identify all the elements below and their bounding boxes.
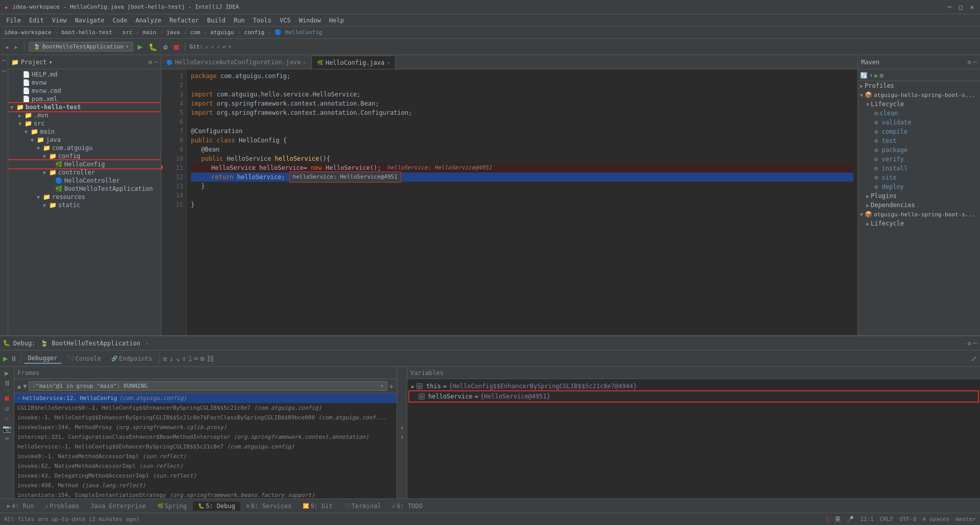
- menu-build[interactable]: Build: [203, 16, 230, 25]
- debug-run-cursor-btn[interactable]: ⤵: [188, 355, 192, 363]
- debug-btn-star[interactable]: ☆: [5, 414, 9, 422]
- tree-item-mvnw[interactable]: 📄 mvnw: [8, 79, 161, 87]
- frames-add-btn[interactable]: +: [389, 382, 394, 390]
- toolbar-forward-btn[interactable]: ▸: [12, 42, 19, 52]
- frames-down-btn[interactable]: ▼: [23, 383, 27, 390]
- menu-file[interactable]: File: [2, 16, 25, 25]
- debug-btn-pause2[interactable]: ⏸: [4, 379, 11, 387]
- tree-item-src[interactable]: ▼ 📁 src: [8, 119, 161, 128]
- sidebar-structure-icon[interactable]: 2: [1, 68, 8, 74]
- maven-refresh-btn[interactable]: 🔄: [860, 72, 868, 79]
- tree-item-resources[interactable]: ▼ 📁 resources: [8, 193, 161, 201]
- tree-item-pomxml[interactable]: 📄 pom.xml: [8, 95, 161, 103]
- debug-app-name[interactable]: 🍃 BootHelloTestApplication: [38, 339, 142, 347]
- maven-execute-btn[interactable]: ▶: [874, 72, 878, 79]
- tree-item-static[interactable]: ▼ 📁 static: [8, 201, 161, 209]
- tree-item-help[interactable]: 📄 HELP.md: [8, 70, 161, 79]
- code-content[interactable]: package com.atguigu.config; import com.a…: [187, 69, 857, 335]
- tab-hello-service-auto-config[interactable]: 🔵 HelloServiceAutoConfiguration.java ✕: [161, 56, 312, 69]
- menu-code[interactable]: Code: [109, 16, 132, 25]
- bottom-tab-spring[interactable]: 🌿 Spring: [152, 502, 192, 511]
- menu-edit[interactable]: Edit: [25, 16, 48, 25]
- debug-pause-btn[interactable]: ⏸: [10, 355, 17, 363]
- bottom-tab-git[interactable]: 🔀 9: Git: [298, 502, 337, 511]
- debug-settings-icon[interactable]: ⚙: [968, 340, 971, 347]
- maven-lifecycle2[interactable]: ▶ Lifecycle: [858, 219, 980, 228]
- tab-hello-config[interactable]: 🌿 HelloConfig.java ✕: [312, 56, 396, 69]
- debug-btn-stop[interactable]: ■: [5, 394, 9, 402]
- debug-minimize-icon[interactable]: ─: [973, 340, 977, 347]
- status-crlf[interactable]: CRLF: [880, 516, 894, 522]
- debug-table-btn[interactable]: ⊞: [200, 355, 204, 363]
- tree-item-main[interactable]: ▼ 📁 main: [8, 128, 161, 136]
- tree-item-boot-hello-test[interactable]: ▼ 📁 boot-hello-test: [8, 103, 161, 111]
- maven-verify[interactable]: ⚙ verify: [858, 155, 980, 164]
- sidebar-project-icon[interactable]: 1: [1, 57, 8, 64]
- debug-btn-rerun[interactable]: ↺: [5, 404, 9, 412]
- close-btn[interactable]: ✕: [968, 4, 976, 11]
- tree-item-java[interactable]: ▼ 📁 java: [8, 136, 161, 144]
- bottom-tab-terminal[interactable]: ⬛ Terminal: [339, 502, 386, 511]
- frame-item-2[interactable]: invoke:-1, HelloConfig$$EnhancerBySpring…: [14, 413, 397, 422]
- thread-selector[interactable]: ✓ "main"@1 in group "main": RUNNING ▾: [29, 381, 387, 391]
- maven-download-btn[interactable]: ⬇: [869, 72, 873, 79]
- tree-item-mvnwcmd[interactable]: 📄 mvnw.cmd: [8, 87, 161, 95]
- maven-deploy[interactable]: ⚙ deploy: [858, 182, 980, 191]
- maven-validate[interactable]: ⚙ validate: [858, 118, 980, 127]
- maven-package[interactable]: ⚙ package: [858, 145, 980, 155]
- var-item-this[interactable]: ▶ = this = {HelloConfig$$EnhancerBySprin…: [409, 381, 978, 391]
- debug-tab-endpoints[interactable]: 🔗 Endpoints: [107, 354, 156, 363]
- minimize-btn[interactable]: ─: [945, 4, 953, 11]
- tab-close-1[interactable]: ✕: [303, 60, 306, 65]
- tree-item-hellocontroller[interactable]: 🔵 HelloController: [8, 177, 161, 185]
- maven-install[interactable]: ⚙ install: [858, 164, 980, 173]
- debug-restore-btn[interactable]: ⤢: [971, 355, 977, 363]
- maven-dependencies[interactable]: ▶ Dependencies: [858, 201, 980, 210]
- debug-btn-infinite[interactable]: ∞: [5, 435, 9, 442]
- maven-site[interactable]: ⚙ site: [858, 173, 980, 182]
- frame-item-1[interactable]: CGLIB$helloService$0:-1, HelloConfig$$En…: [14, 403, 397, 413]
- git-check2[interactable]: ✓: [211, 43, 214, 51]
- var-item-helloservice[interactable]: = helloService = {HelloService@4951}: [409, 391, 978, 402]
- bottom-tab-services[interactable]: ⚙ 8: Services: [241, 502, 297, 511]
- maven-letter-m[interactable]: m: [879, 72, 883, 79]
- maven-compile[interactable]: ⚙ compile: [858, 127, 980, 136]
- maven-lifecycle[interactable]: ▼ Lifecycle: [858, 99, 980, 109]
- maven-project[interactable]: ▼ 📦 atguigu-hello-spring-boot-s...: [858, 90, 980, 99]
- menu-view[interactable]: View: [48, 16, 71, 25]
- debug-btn-resume[interactable]: ▶: [5, 369, 9, 377]
- bottom-tab-debug[interactable]: 🐛 5: Debug: [193, 502, 240, 511]
- stop-button[interactable]: ■: [172, 42, 181, 52]
- maximize-btn[interactable]: □: [957, 4, 965, 11]
- panel-scroll-up[interactable]: ⬆: [400, 424, 404, 432]
- debug-step-out-btn[interactable]: ↑: [182, 355, 186, 363]
- frame-item-10[interactable]: instantiate:154, SimpleInstantiationStra…: [14, 490, 397, 498]
- frame-item-5[interactable]: helloService:-1, HelloConfig$$EnhancerBy…: [14, 442, 397, 452]
- frames-up-btn[interactable]: ▲: [17, 383, 21, 390]
- status-position[interactable]: 12:1: [860, 516, 874, 522]
- frame-item-6[interactable]: invoke0:-1, NativeMethodAccessorImpl (su…: [14, 452, 397, 461]
- tree-item-com-atguigu[interactable]: ▼ 📁 com.atguigu: [8, 144, 161, 152]
- debug-tab-debugger[interactable]: Debugger: [24, 354, 62, 364]
- menu-run[interactable]: Run: [230, 16, 249, 25]
- debug-tab-close[interactable]: ✕: [145, 340, 149, 346]
- coverage-button[interactable]: ⚙: [161, 43, 169, 51]
- frame-item-9[interactable]: invoke:498, Method (java.lang.reflect): [14, 481, 397, 490]
- frame-item-4[interactable]: intercept:331, ConfigurationClassEnhance…: [14, 432, 397, 442]
- tree-item-helloconfig[interactable]: 🌿 HelloConfig: [8, 160, 161, 168]
- menu-help[interactable]: Help: [325, 16, 348, 25]
- debug-btn-camera[interactable]: 📷: [3, 424, 11, 433]
- maven-profiles[interactable]: ▶ Profiles: [858, 81, 980, 90]
- tree-item-controller[interactable]: ▼ 📁 controller: [8, 168, 161, 177]
- maven-test[interactable]: ⚙ test: [858, 136, 980, 145]
- frame-item-3[interactable]: invokeSuper:244, MethodProxy (org.spring…: [14, 422, 397, 432]
- debug-resume-btn[interactable]: ▶: [3, 354, 8, 363]
- bottom-tab-todo[interactable]: ☑ 6: TODO: [387, 502, 428, 511]
- menu-navigate[interactable]: Navigate: [71, 16, 109, 25]
- tree-item-config[interactable]: ▼ 📁 config: [8, 152, 161, 160]
- git-check3[interactable]: ✓: [216, 43, 220, 51]
- frame-item-0[interactable]: ✓ helloService:12, HelloConfig (com.atgu…: [14, 393, 397, 403]
- menu-vcs[interactable]: VCS: [276, 16, 295, 25]
- panel-scroll-down[interactable]: ⬇: [400, 434, 404, 441]
- tree-item-bootapp[interactable]: 🌿 BootHelloTestApplication: [8, 185, 161, 193]
